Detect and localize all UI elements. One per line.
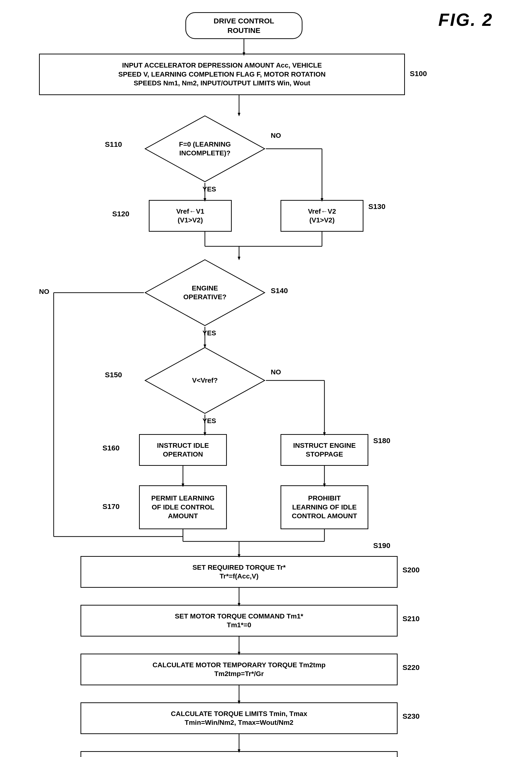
s150-no-label: NO: [271, 368, 281, 376]
s110-step: S110: [105, 140, 122, 148]
s230-node: CALCULATE TORQUE LIMITS Tmin, Tmax Tmin=…: [80, 702, 397, 734]
s230-step: S230: [402, 712, 420, 720]
s230-label: CALCULATE TORQUE LIMITS Tmin, Tmax Tmin=…: [171, 710, 307, 727]
s170-prohibit-node: PROHIBIT LEARNING OF IDLE CONTROL AMOUNT: [281, 485, 368, 529]
diagram-container: FIG. 2 DRIVE CONTROL ROUTINE INPUT ACCEL…: [0, 0, 532, 757]
s110-diamond: F=0 (LEARNING INCOMPLETE)?: [144, 115, 266, 183]
s120-node: Vref←V1 (V1>V2): [149, 200, 232, 232]
s210-label: SET MOTOR TORQUE COMMAND Tm1* Tm1*=0: [175, 612, 303, 630]
s200-node: SET REQUIRED TORQUE Tr* Tr*=f(Acc,V): [80, 556, 397, 588]
s170-permit-label: PERMIT LEARNING OF IDLE CONTROL AMOUNT: [151, 494, 215, 520]
s130-label: Vref←V2 (V1>V2): [308, 207, 336, 225]
s100-label: INPUT ACCELERATOR DEPRESSION AMOUNT Acc,…: [113, 61, 330, 88]
s170-step: S170: [103, 502, 119, 511]
s220-label: CALCULATE MOTOR TEMPORARY TORQUE Tm2tmp …: [152, 661, 326, 679]
s100-node: INPUT ACCELERATOR DEPRESSION AMOUNT Acc,…: [39, 54, 405, 95]
s130-node: Vref←V2 (V1>V2): [281, 200, 363, 232]
s140-no-label: NO: [39, 288, 49, 296]
s110-label: F=0 (LEARNING INCOMPLETE)?: [179, 140, 231, 158]
s180-label: INSTRUCT ENGINE STOPPAGE: [293, 441, 356, 459]
s220-step: S220: [402, 663, 420, 672]
s140-label: ENGINE OPERATIVE?: [183, 284, 227, 302]
s170-permit-node: PERMIT LEARNING OF IDLE CONTROL AMOUNT: [139, 485, 227, 529]
s100-step: S100: [410, 70, 427, 78]
s150-label: V<Vref?: [192, 376, 218, 385]
start-label: DRIVE CONTROL ROUTINE: [214, 16, 274, 35]
s210-step: S210: [402, 615, 420, 623]
s120-step: S120: [112, 210, 129, 218]
s140-diamond: ENGINE OPERATIVE?: [144, 258, 266, 327]
fig-title: FIG. 2: [438, 10, 493, 30]
s130-step: S130: [368, 202, 386, 211]
s160-node: INSTRUCT IDLE OPERATION: [139, 434, 227, 466]
s150-yes-label: YES: [203, 417, 216, 425]
s160-label: INSTRUCT IDLE OPERATION: [157, 441, 209, 459]
s200-step: S200: [402, 566, 420, 574]
s140-step: S140: [271, 287, 288, 295]
s120-label: Vref←V1 (V1>V2): [176, 207, 204, 225]
s190-step: S190: [373, 541, 390, 550]
s140-yes-label: YES: [203, 329, 216, 337]
s220-node: CALCULATE MOTOR TEMPORARY TORQUE Tm2tmp …: [80, 653, 397, 685]
s180-node: INSTRUCT ENGINE STOPPAGE: [281, 434, 368, 466]
s180-step: S180: [373, 437, 390, 445]
s210-node: SET MOTOR TORQUE COMMAND Tm1* Tm1*=0: [80, 605, 397, 637]
s240-node: SET MOTOR TORQUE COMMAND Tm2* Tm2*=max(m…: [80, 751, 397, 757]
s200-label: SET REQUIRED TORQUE Tr* Tr*=f(Acc,V): [193, 563, 286, 581]
s160-step: S160: [103, 444, 119, 452]
s110-yes-label: YES: [203, 185, 216, 193]
s170-prohibit-label: PROHIBIT LEARNING OF IDLE CONTROL AMOUNT: [292, 494, 357, 520]
s110-no-label: NO: [271, 132, 281, 139]
connectors: [0, 0, 532, 757]
s150-diamond: V<Vref?: [144, 346, 266, 414]
s150-step: S150: [105, 371, 122, 379]
start-node: DRIVE CONTROL ROUTINE: [185, 12, 302, 39]
